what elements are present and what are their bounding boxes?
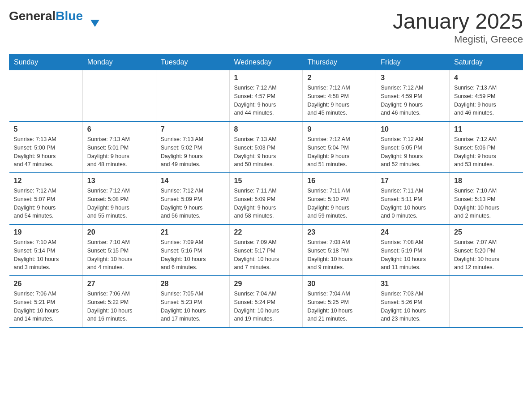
calendar-cell: 21Sunrise: 7:09 AM Sunset: 5:16 PM Dayli… (156, 224, 229, 276)
calendar-cell: 30Sunrise: 7:04 AM Sunset: 5:25 PM Dayli… (303, 276, 376, 327)
header-wednesday: Wednesday (229, 55, 303, 70)
day-number: 19 (14, 228, 78, 236)
day-info: Sunrise: 7:06 AM Sunset: 5:21 PM Dayligh… (14, 290, 78, 323)
day-info: Sunrise: 7:12 AM Sunset: 4:58 PM Dayligh… (307, 84, 371, 117)
day-info: Sunrise: 7:12 AM Sunset: 5:08 PM Dayligh… (87, 187, 151, 220)
day-info: Sunrise: 7:04 AM Sunset: 5:25 PM Dayligh… (307, 290, 371, 323)
day-number: 31 (381, 280, 445, 288)
day-info: Sunrise: 7:05 AM Sunset: 5:23 PM Dayligh… (161, 290, 225, 323)
day-number: 25 (454, 228, 518, 236)
title-section: January 2025 Megisti, Greece (393, 9, 523, 45)
day-number: 11 (454, 125, 518, 133)
day-info: Sunrise: 7:10 AM Sunset: 5:14 PM Dayligh… (14, 238, 78, 272)
calendar-cell: 26Sunrise: 7:06 AM Sunset: 5:21 PM Dayli… (9, 276, 83, 327)
calendar-cell: 13Sunrise: 7:12 AM Sunset: 5:08 PM Dayli… (82, 173, 156, 224)
week-row-4: 19Sunrise: 7:10 AM Sunset: 5:14 PM Dayli… (9, 224, 523, 276)
day-info: Sunrise: 7:09 AM Sunset: 5:16 PM Dayligh… (161, 238, 225, 272)
day-info: Sunrise: 7:07 AM Sunset: 5:20 PM Dayligh… (454, 238, 518, 272)
day-info: Sunrise: 7:12 AM Sunset: 5:07 PM Dayligh… (14, 187, 78, 220)
logo-wordmark: GeneralBlue (9, 9, 90, 23)
calendar-header: SundayMondayTuesdayWednesdayThursdayFrid… (9, 55, 523, 70)
calendar-cell: 24Sunrise: 7:08 AM Sunset: 5:19 PM Dayli… (376, 224, 450, 276)
day-number: 28 (161, 280, 225, 288)
day-info: Sunrise: 7:08 AM Sunset: 5:18 PM Dayligh… (307, 238, 371, 272)
day-info: Sunrise: 7:13 AM Sunset: 4:59 PM Dayligh… (454, 84, 518, 117)
day-number: 21 (161, 228, 225, 236)
day-number: 27 (87, 280, 151, 288)
day-number: 30 (307, 280, 371, 288)
day-info: Sunrise: 7:12 AM Sunset: 5:06 PM Dayligh… (454, 135, 518, 169)
calendar-cell: 25Sunrise: 7:07 AM Sunset: 5:20 PM Dayli… (450, 224, 523, 276)
calendar-cell: 15Sunrise: 7:11 AM Sunset: 5:09 PM Dayli… (229, 173, 303, 224)
calendar-cell: 6Sunrise: 7:13 AM Sunset: 5:01 PM Daylig… (82, 121, 156, 173)
day-info: Sunrise: 7:08 AM Sunset: 5:19 PM Dayligh… (381, 238, 445, 272)
header-row: SundayMondayTuesdayWednesdayThursdayFrid… (9, 55, 523, 70)
logo-blue: Blue (56, 9, 90, 23)
logo: GeneralBlue (9, 9, 90, 23)
calendar-cell: 22Sunrise: 7:09 AM Sunset: 5:17 PM Dayli… (229, 224, 303, 276)
day-number: 24 (381, 228, 445, 236)
calendar-cell: 9Sunrise: 7:12 AM Sunset: 5:04 PM Daylig… (303, 121, 376, 173)
day-info: Sunrise: 7:04 AM Sunset: 5:24 PM Dayligh… (234, 290, 298, 323)
day-number: 9 (307, 125, 371, 133)
calendar-cell: 18Sunrise: 7:10 AM Sunset: 5:13 PM Dayli… (450, 173, 523, 224)
day-info: Sunrise: 7:11 AM Sunset: 5:11 PM Dayligh… (381, 187, 445, 220)
calendar-table: SundayMondayTuesdayWednesdayThursdayFrid… (9, 54, 523, 328)
logo-general: General (9, 9, 56, 23)
day-info: Sunrise: 7:12 AM Sunset: 5:04 PM Dayligh… (307, 135, 371, 169)
day-number: 29 (234, 280, 298, 288)
header-monday: Monday (82, 55, 156, 70)
day-number: 20 (87, 228, 151, 236)
calendar-cell (9, 70, 83, 122)
day-info: Sunrise: 7:10 AM Sunset: 5:13 PM Dayligh… (454, 187, 518, 220)
day-info: Sunrise: 7:09 AM Sunset: 5:17 PM Dayligh… (234, 238, 298, 272)
day-number: 22 (234, 228, 298, 236)
day-number: 4 (454, 74, 518, 82)
calendar-cell: 2Sunrise: 7:12 AM Sunset: 4:58 PM Daylig… (303, 70, 376, 122)
calendar-cell: 7Sunrise: 7:13 AM Sunset: 5:02 PM Daylig… (156, 121, 229, 173)
day-number: 5 (14, 125, 78, 133)
calendar-cell: 17Sunrise: 7:11 AM Sunset: 5:11 PM Dayli… (376, 173, 450, 224)
day-number: 14 (161, 177, 225, 185)
day-info: Sunrise: 7:11 AM Sunset: 5:09 PM Dayligh… (234, 187, 298, 220)
header-friday: Friday (376, 55, 450, 70)
day-number: 17 (381, 177, 445, 185)
calendar-cell: 12Sunrise: 7:12 AM Sunset: 5:07 PM Dayli… (9, 173, 83, 224)
day-number: 10 (381, 125, 445, 133)
week-row-5: 26Sunrise: 7:06 AM Sunset: 5:21 PM Dayli… (9, 276, 523, 327)
header-saturday: Saturday (450, 55, 523, 70)
calendar-title: January 2025 (393, 9, 523, 34)
calendar-cell: 19Sunrise: 7:10 AM Sunset: 5:14 PM Dayli… (9, 224, 83, 276)
day-number: 26 (14, 280, 78, 288)
calendar-cell: 8Sunrise: 7:13 AM Sunset: 5:03 PM Daylig… (229, 121, 303, 173)
day-info: Sunrise: 7:13 AM Sunset: 5:02 PM Dayligh… (161, 135, 225, 169)
day-number: 2 (307, 74, 371, 82)
day-info: Sunrise: 7:06 AM Sunset: 5:22 PM Dayligh… (87, 290, 151, 323)
day-info: Sunrise: 7:03 AM Sunset: 5:26 PM Dayligh… (381, 290, 445, 323)
day-info: Sunrise: 7:12 AM Sunset: 4:59 PM Dayligh… (381, 84, 445, 117)
week-row-1: 1Sunrise: 7:12 AM Sunset: 4:57 PM Daylig… (9, 70, 523, 122)
svg-marker-0 (90, 20, 99, 27)
day-number: 23 (307, 228, 371, 236)
day-number: 8 (234, 125, 298, 133)
calendar-cell: 14Sunrise: 7:12 AM Sunset: 5:09 PM Dayli… (156, 173, 229, 224)
header-tuesday: Tuesday (156, 55, 229, 70)
day-info: Sunrise: 7:11 AM Sunset: 5:10 PM Dayligh… (307, 187, 371, 220)
day-number: 7 (161, 125, 225, 133)
header-thursday: Thursday (303, 55, 376, 70)
day-number: 15 (234, 177, 298, 185)
calendar-cell: 3Sunrise: 7:12 AM Sunset: 4:59 PM Daylig… (376, 70, 450, 122)
calendar-cell: 20Sunrise: 7:10 AM Sunset: 5:15 PM Dayli… (82, 224, 156, 276)
day-info: Sunrise: 7:13 AM Sunset: 5:00 PM Dayligh… (14, 135, 78, 169)
calendar-cell (156, 70, 229, 122)
header-sunday: Sunday (9, 55, 83, 70)
calendar-cell: 31Sunrise: 7:03 AM Sunset: 5:26 PM Dayli… (376, 276, 450, 327)
day-info: Sunrise: 7:13 AM Sunset: 5:01 PM Dayligh… (87, 135, 151, 169)
page-header: GeneralBlue January 2025 Megisti, Greece (9, 9, 523, 45)
calendar-subtitle: Megisti, Greece (393, 34, 523, 45)
calendar-body: 1Sunrise: 7:12 AM Sunset: 4:57 PM Daylig… (9, 70, 523, 328)
day-info: Sunrise: 7:12 AM Sunset: 4:57 PM Dayligh… (234, 84, 298, 117)
calendar-cell: 4Sunrise: 7:13 AM Sunset: 4:59 PM Daylig… (450, 70, 523, 122)
calendar-cell: 23Sunrise: 7:08 AM Sunset: 5:18 PM Dayli… (303, 224, 376, 276)
calendar-cell: 16Sunrise: 7:11 AM Sunset: 5:10 PM Dayli… (303, 173, 376, 224)
